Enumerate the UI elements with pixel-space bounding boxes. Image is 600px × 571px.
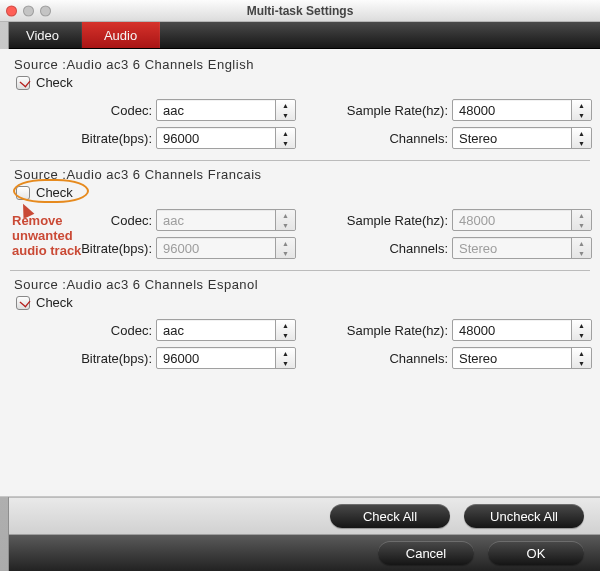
bitrate-label: Bitrate(bps):	[10, 241, 152, 256]
cancel-button[interactable]: Cancel	[378, 541, 474, 565]
check-label: Check	[36, 185, 73, 200]
stepper-icon: ▲▼	[571, 210, 591, 230]
sample-rate-value: 48000	[459, 213, 495, 228]
stepper-icon[interactable]: ▲▼	[275, 348, 295, 368]
stepper-icon: ▲▼	[571, 238, 591, 258]
dialog-actions-bar: Cancel OK	[0, 535, 600, 571]
tab-video[interactable]: Video	[4, 22, 82, 48]
minimize-icon[interactable]	[23, 5, 34, 16]
codec-label: Codec:	[10, 213, 152, 228]
stepper-icon[interactable]: ▲▼	[275, 128, 295, 148]
stepper-icon[interactable]: ▲▼	[275, 320, 295, 340]
channels-select[interactable]: Stereo ▲▼	[452, 127, 592, 149]
uncheck-all-label: Uncheck All	[490, 509, 558, 524]
close-icon[interactable]	[6, 5, 17, 16]
check-label: Check	[36, 75, 73, 90]
stepper-icon[interactable]: ▲▼	[571, 320, 591, 340]
bitrate-label: Bitrate(bps):	[10, 131, 152, 146]
traffic-lights	[6, 5, 51, 16]
sample-rate-value: 48000	[459, 323, 495, 338]
audio-track-1: Source :Audio ac3 6 Channels English Che…	[10, 55, 590, 160]
bitrate-select[interactable]: 96000 ▲▼	[156, 127, 296, 149]
sample-rate-select[interactable]: 48000 ▲▼	[452, 99, 592, 121]
sample-rate-label: Sample Rate(hz):	[320, 323, 448, 338]
stepper-icon[interactable]: ▲▼	[571, 128, 591, 148]
tab-audio-label: Audio	[104, 28, 137, 43]
bitrate-select[interactable]: 96000 ▲▼	[156, 347, 296, 369]
track-source-label: Source :Audio ac3 6 Channels Espanol	[14, 277, 590, 292]
stepper-icon[interactable]: ▲▼	[275, 100, 295, 120]
ok-button[interactable]: OK	[488, 541, 584, 565]
ok-label: OK	[527, 546, 546, 561]
channels-value: Stereo	[459, 351, 497, 366]
uncheck-all-button[interactable]: Uncheck All	[464, 504, 584, 528]
cancel-label: Cancel	[406, 546, 446, 561]
codec-select[interactable]: aac ▲▼	[156, 99, 296, 121]
codec-value: aac	[163, 103, 184, 118]
check-icon[interactable]	[16, 186, 30, 200]
codec-select[interactable]: aac ▲▼	[156, 319, 296, 341]
sample-rate-label: Sample Rate(hz):	[320, 103, 448, 118]
sample-rate-value: 48000	[459, 103, 495, 118]
audio-track-2: Source :Audio ac3 6 Channels Francais Ch…	[10, 160, 590, 270]
channels-label: Channels:	[320, 131, 448, 146]
bitrate-value: 96000	[163, 131, 199, 146]
audio-tracks-panel: Source :Audio ac3 6 Channels English Che…	[0, 49, 600, 497]
tab-video-label: Video	[26, 28, 59, 43]
bitrate-label: Bitrate(bps):	[10, 351, 152, 366]
sample-rate-select: 48000 ▲▼	[452, 209, 592, 231]
channels-value: Stereo	[459, 131, 497, 146]
track-check-row[interactable]: Check	[16, 295, 590, 310]
channels-label: Channels:	[320, 241, 448, 256]
track-actions-bar: Check All Uncheck All	[0, 497, 600, 535]
stepper-icon[interactable]: ▲▼	[571, 348, 591, 368]
bitrate-select: 96000 ▲▼	[156, 237, 296, 259]
zoom-icon[interactable]	[40, 5, 51, 16]
channels-select: Stereo ▲▼	[452, 237, 592, 259]
check-icon[interactable]	[16, 296, 30, 310]
stepper-icon: ▲▼	[275, 210, 295, 230]
titlebar: Multi-task Settings	[0, 0, 600, 22]
stepper-icon: ▲▼	[275, 238, 295, 258]
codec-label: Codec:	[10, 103, 152, 118]
audio-track-3: Source :Audio ac3 6 Channels Espanol Che…	[10, 270, 590, 380]
check-icon[interactable]	[16, 76, 30, 90]
track-source-label: Source :Audio ac3 6 Channels Francais	[14, 167, 590, 182]
track-source-label: Source :Audio ac3 6 Channels English	[14, 57, 590, 72]
codec-select: aac ▲▼	[156, 209, 296, 231]
check-label: Check	[36, 295, 73, 310]
channels-select[interactable]: Stereo ▲▼	[452, 347, 592, 369]
channels-value: Stereo	[459, 241, 497, 256]
codec-value: aac	[163, 323, 184, 338]
tab-audio[interactable]: Audio	[82, 22, 160, 48]
track-check-row[interactable]: Check	[16, 75, 590, 90]
sample-rate-label: Sample Rate(hz):	[320, 213, 448, 228]
channels-label: Channels:	[320, 351, 448, 366]
window-title: Multi-task Settings	[247, 4, 354, 18]
tab-bar: Video Audio	[0, 22, 600, 49]
stepper-icon[interactable]: ▲▼	[571, 100, 591, 120]
check-all-button[interactable]: Check All	[330, 504, 450, 528]
codec-label: Codec:	[10, 323, 152, 338]
bitrate-value: 96000	[163, 351, 199, 366]
bitrate-value: 96000	[163, 241, 199, 256]
track-check-row[interactable]: Check	[16, 185, 590, 200]
codec-value: aac	[163, 213, 184, 228]
sample-rate-select[interactable]: 48000 ▲▼	[452, 319, 592, 341]
check-all-label: Check All	[363, 509, 417, 524]
